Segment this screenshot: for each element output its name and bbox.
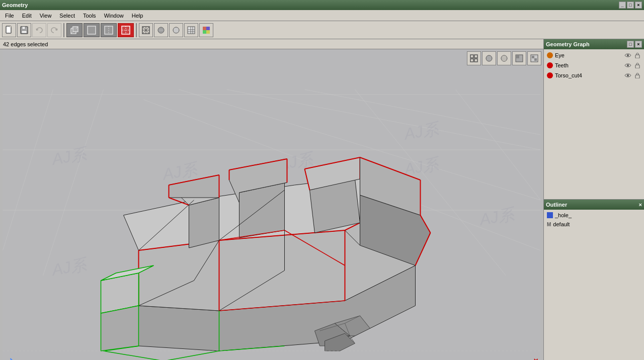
svg-marker-108 [101, 306, 139, 351]
outliner-item-default[interactable]: M default [545, 220, 643, 229]
geometry-graph-controls: □ × [627, 41, 642, 48]
teeth-visibility-button[interactable] [624, 62, 632, 68]
svg-point-129 [486, 55, 492, 61]
grid-display-button[interactable] [467, 51, 481, 65]
menu-edit[interactable]: Edit [18, 12, 36, 20]
title-bar: Geometry _ □ × [0, 0, 644, 10]
solid-button[interactable] [154, 23, 168, 37]
torso-cut4-item-label: Torso_cut4 [555, 72, 582, 78]
outliner-panel: Outliner × _hole_ M default [544, 199, 644, 360]
eye-color-icon [547, 52, 553, 58]
geometry-graph-title-bar: Geometry Graph □ × [544, 39, 644, 49]
top-view-button[interactable] [118, 23, 134, 37]
svg-rect-136 [532, 56, 534, 58]
svg-rect-10 [88, 26, 96, 34]
hole-color-swatch [547, 212, 553, 218]
eye-item-label: Eye [555, 52, 565, 58]
hole-item-label: _hole_ [555, 212, 572, 218]
front-view-button[interactable] [84, 23, 100, 37]
side-view-button[interactable] [101, 23, 117, 37]
outliner-controls: × [639, 202, 642, 208]
svg-rect-32 [206, 30, 210, 34]
window-controls: _ □ × [619, 2, 642, 9]
svg-point-140 [627, 64, 629, 66]
svg-rect-134 [516, 55, 519, 58]
texture-button[interactable] [199, 23, 213, 37]
geom-item-eye[interactable]: Eye [545, 50, 643, 60]
texture-display-button[interactable] [512, 51, 526, 65]
status-bar: 42 edges selected [0, 39, 543, 49]
geometry-graph-close-button[interactable]: × [635, 41, 642, 48]
svg-rect-125 [470, 55, 473, 58]
geom-item-teeth[interactable]: Teeth [545, 60, 643, 70]
shading-button[interactable] [482, 51, 496, 65]
geometry-graph-items: Eye [544, 49, 644, 199]
svg-marker-63 [189, 198, 219, 248]
svg-rect-139 [635, 55, 639, 58]
menu-window[interactable]: Window [100, 12, 128, 20]
toolbar [0, 21, 644, 39]
menu-select[interactable]: Select [55, 12, 79, 20]
teeth-color-icon [547, 62, 553, 68]
svg-rect-141 [635, 65, 639, 68]
torso-cut4-color-icon [547, 72, 553, 78]
svg-rect-30 [206, 27, 210, 30]
geom-item-torso-cut4[interactable]: Torso_cut4 [545, 70, 643, 80]
background-button[interactable] [527, 51, 541, 65]
menu-help[interactable]: Help [128, 12, 147, 20]
svg-rect-143 [635, 75, 639, 78]
menu-tools[interactable]: Tools [79, 12, 100, 20]
menu-bar: File Edit View Select Tools Window Help [0, 10, 644, 21]
svg-rect-29 [203, 27, 206, 30]
torso-cut4-lock-button[interactable] [634, 72, 641, 78]
redo-button[interactable] [47, 23, 61, 37]
svg-rect-126 [474, 55, 477, 58]
minimize-button[interactable]: _ [619, 2, 626, 9]
svg-rect-128 [474, 59, 477, 62]
separator-2 [136, 23, 137, 37]
wireframe-button[interactable] [139, 23, 153, 37]
wireframe-display-button[interactable] [497, 51, 511, 65]
menu-view[interactable]: View [36, 12, 56, 20]
viewport[interactable]: 42 edges selected [0, 39, 543, 360]
teeth-lock-button[interactable] [634, 62, 641, 68]
outliner-label: Outliner [546, 202, 567, 208]
smooth-button[interactable] [169, 23, 183, 37]
svg-rect-31 [203, 30, 206, 34]
grid-button[interactable] [184, 23, 198, 37]
undo-button[interactable] [32, 23, 46, 37]
scene-canvas: AJ系 AJ系 AJ系 AJ系 AJ系 AJ系 AJ系 AJ系 [0, 49, 543, 360]
close-button[interactable]: × [635, 2, 642, 9]
svg-point-21 [158, 27, 164, 33]
outliner-items: _hole_ M default [544, 210, 644, 360]
svg-rect-127 [470, 59, 473, 62]
svg-rect-137 [534, 58, 537, 61]
svg-point-138 [627, 54, 629, 56]
geometry-graph-panel: Geometry Graph □ × Eye [544, 39, 644, 199]
menu-file[interactable]: File [1, 12, 18, 20]
svg-rect-3 [22, 27, 25, 29]
svg-point-23 [173, 27, 179, 33]
outliner-close-button[interactable]: × [639, 202, 642, 208]
teeth-item-label: Teeth [555, 62, 569, 68]
geometry-graph-label: Geometry Graph [546, 41, 590, 47]
save-button[interactable] [17, 23, 31, 37]
geometry-graph-pin-button[interactable]: □ [627, 41, 634, 48]
new-button[interactable] [2, 23, 16, 37]
outliner-title-bar: Outliner × [544, 200, 644, 210]
main-layout: 42 edges selected [0, 39, 644, 360]
maximize-button[interactable]: □ [627, 2, 634, 9]
selection-status: 42 edges selected [3, 41, 48, 47]
separator-1 [63, 23, 64, 37]
eye-lock-button[interactable] [634, 52, 641, 58]
viewport-3d[interactable]: AJ系 AJ系 AJ系 AJ系 AJ系 AJ系 AJ系 AJ系 [0, 49, 543, 360]
eye-visibility-button[interactable] [624, 52, 632, 58]
outliner-item-hole[interactable]: _hole_ [545, 211, 643, 220]
svg-text:×: × [534, 356, 538, 360]
viewport-tools [467, 51, 541, 65]
svg-point-142 [627, 74, 629, 76]
default-item-label: default [553, 221, 570, 227]
perspective-view-button[interactable] [66, 23, 83, 37]
right-panel: Geometry Graph □ × Eye [543, 39, 644, 360]
torso-cut4-visibility-button[interactable] [624, 72, 632, 78]
